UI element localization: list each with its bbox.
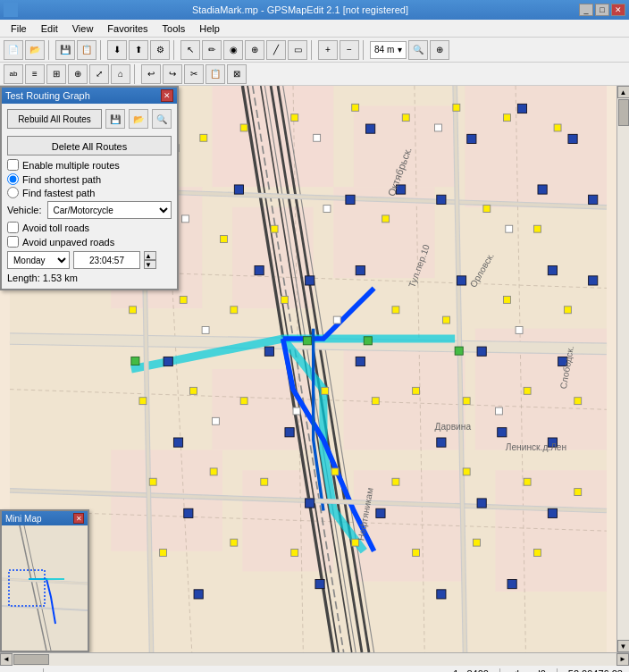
- menu-favorites[interactable]: Favorites: [100, 21, 155, 36]
- save-button[interactable]: 💾: [55, 40, 75, 60]
- zoom-select-button[interactable]: ⊕: [430, 40, 449, 60]
- scroll-down-button[interactable]: ▼: [617, 640, 630, 652]
- menu-view[interactable]: View: [65, 21, 101, 36]
- svg-rect-82: [160, 550, 167, 557]
- svg-rect-121: [548, 508, 557, 517]
- find-shortest-radio[interactable]: [7, 173, 19, 185]
- scroll-up-button[interactable]: ▲: [617, 86, 630, 98]
- export-button[interactable]: ⬆: [129, 40, 148, 60]
- svg-rect-87: [474, 539, 481, 546]
- svg-rect-71: [463, 398, 470, 405]
- panel-toolbar: Rebuild All Routes 💾 📂 🔍: [7, 109, 172, 132]
- svg-rect-119: [376, 508, 385, 517]
- zoom-in-button[interactable]: +: [318, 40, 338, 60]
- statusbar: Ready 1 : 8400 <Level0 52.09476 23.: [0, 665, 629, 672]
- svg-rect-78: [392, 478, 399, 485]
- find-fastest-row: Find fastest path: [7, 187, 172, 198]
- tb2-btn8[interactable]: ↪: [163, 64, 182, 84]
- tb2-btn3[interactable]: ⊞: [46, 64, 66, 84]
- tb2-btn1[interactable]: ab: [4, 64, 23, 84]
- svg-rect-80: [524, 478, 531, 485]
- panel-close-button[interactable]: ✕: [161, 89, 173, 102]
- scroll-thumb[interactable]: [618, 99, 629, 126]
- panel-save-icon[interactable]: 💾: [105, 109, 125, 129]
- open-button[interactable]: 📂: [25, 40, 45, 60]
- tb2-btn11[interactable]: ⊠: [227, 64, 247, 84]
- svg-rect-99: [589, 195, 598, 204]
- vehicle-select[interactable]: Car/Motorcycle: [47, 201, 172, 219]
- window-controls: _ □ ✕: [579, 4, 625, 16]
- line-button[interactable]: ╱: [266, 40, 286, 60]
- minimize-button[interactable]: _: [579, 4, 593, 16]
- new-button[interactable]: 📄: [4, 40, 23, 60]
- tb2-btn6[interactable]: ⌂: [111, 64, 130, 84]
- rebuild-routes-button[interactable]: Rebuild All Routes: [7, 109, 102, 129]
- time-down-button[interactable]: ▼: [144, 260, 156, 269]
- app-title: StadiaMark.mp - GPSMapEdit 2.1 [not regi…: [21, 4, 579, 15]
- menu-edit[interactable]: Edit: [34, 21, 65, 36]
- svg-rect-49: [554, 124, 561, 131]
- route-button[interactable]: ⊕: [245, 40, 264, 60]
- svg-rect-103: [356, 266, 365, 275]
- avoid-unpaved-checkbox[interactable]: [7, 236, 19, 248]
- svg-rect-11: [111, 450, 222, 551]
- menu-tools[interactable]: Tools: [155, 21, 193, 36]
- enable-multiple-checkbox[interactable]: [7, 159, 19, 171]
- svg-rect-97: [437, 195, 446, 204]
- pointer-button[interactable]: ↖: [180, 40, 200, 60]
- zoom-out-button[interactable]: −: [340, 40, 359, 60]
- svg-rect-81: [574, 489, 582, 496]
- map-area[interactable]: Октябрьск. Орловск. Дарвина Ленинск.д.Ле…: [0, 86, 616, 652]
- titlebar: StadiaMark.mp - GPSMapEdit 2.1 [not regi…: [0, 0, 629, 20]
- delete-routes-button[interactable]: Delete All Routes: [7, 136, 172, 155]
- save-as-button[interactable]: 📋: [77, 40, 96, 60]
- svg-rect-148: [495, 407, 502, 415]
- h-scroll-thumb[interactable]: [13, 654, 49, 665]
- day-select[interactable]: Monday: [7, 251, 70, 269]
- tb2-btn7[interactable]: ↩: [141, 64, 161, 84]
- scroll-right-button[interactable]: ►: [616, 653, 629, 666]
- status-scale: 1 : 8400: [453, 668, 489, 673]
- menu-help[interactable]: Help: [192, 21, 227, 36]
- panel-search-icon[interactable]: 🔍: [152, 109, 172, 129]
- zoom-dropdown[interactable]: 84 m ▾: [370, 41, 407, 59]
- svg-rect-115: [498, 428, 507, 437]
- sep2: [100, 40, 104, 60]
- find-fastest-radio[interactable]: [7, 187, 19, 198]
- maximize-button[interactable]: □: [595, 4, 609, 16]
- svg-rect-60: [281, 296, 288, 303]
- svg-rect-63: [504, 296, 511, 303]
- svg-rect-88: [533, 550, 541, 557]
- time-up-button[interactable]: ▲: [144, 251, 156, 260]
- scroll-track[interactable]: [617, 98, 630, 640]
- horizontal-scrollbar: ◄ ►: [0, 652, 629, 665]
- status-right: 1 : 8400 <Level0 52.09476 23.: [453, 668, 625, 673]
- tb2-btn5[interactable]: ⤢: [89, 64, 109, 84]
- tb2-btn9[interactable]: ✂: [184, 64, 204, 84]
- tb2-btn10[interactable]: 📋: [205, 64, 225, 84]
- svg-rect-54: [382, 215, 390, 223]
- node-button[interactable]: ◉: [223, 40, 243, 60]
- panel-open-icon[interactable]: 📂: [129, 109, 148, 129]
- scroll-left-button[interactable]: ◄: [0, 653, 13, 666]
- tb2-btn2[interactable]: ≡: [25, 64, 45, 84]
- edit-button[interactable]: ✏: [202, 40, 222, 60]
- main-area: Октябрьск. Орловск. Дарвина Ленинск.д.Ле…: [0, 86, 629, 652]
- tb2-btn4[interactable]: ⊕: [68, 64, 88, 84]
- svg-rect-122: [194, 590, 203, 599]
- avoid-toll-checkbox[interactable]: [7, 222, 19, 233]
- settings-button[interactable]: ⚙: [150, 40, 170, 60]
- status-sep2: [499, 668, 500, 673]
- sep1: [48, 40, 52, 60]
- svg-rect-94: [234, 185, 243, 194]
- menu-file[interactable]: File: [4, 21, 34, 36]
- time-spinners: ▲ ▼: [144, 251, 156, 269]
- time-input[interactable]: [73, 251, 140, 269]
- zoom-fit-button[interactable]: 🔍: [408, 40, 428, 60]
- mini-map-close-button[interactable]: ✕: [73, 513, 84, 524]
- close-button[interactable]: ✕: [611, 4, 625, 16]
- vehicle-row: Vehicle: Car/Motorcycle: [7, 201, 172, 219]
- import-button[interactable]: ⬇: [107, 40, 127, 60]
- h-scroll-track[interactable]: [13, 653, 616, 666]
- area-button[interactable]: ▭: [288, 40, 307, 60]
